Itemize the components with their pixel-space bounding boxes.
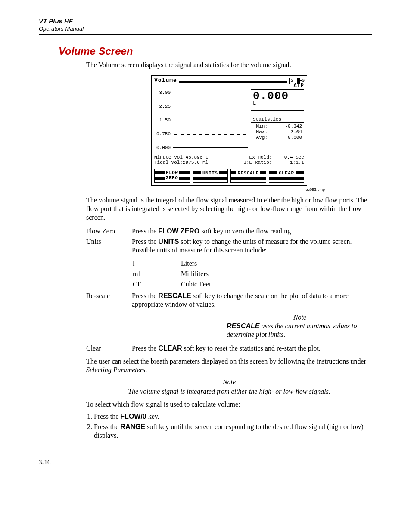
select-params-paragraph: The user can select the breath parameter… — [86, 357, 372, 374]
param-ie-k: I:E Ratio: — [218, 160, 272, 165]
stat-max-k: Max: — [253, 129, 268, 135]
page-number: 3-16 — [39, 459, 372, 466]
unit-sym-2: CF — [133, 280, 180, 289]
readout-box: 0.000 L — [251, 89, 304, 111]
step-1: Press the FLOW/0 key. — [94, 412, 372, 421]
title-hatch — [179, 78, 287, 83]
note2-body: The volume signal is integrated from eit… — [86, 387, 372, 396]
param-ie-v: 1:1.1 — [272, 160, 304, 165]
unit-sym-0: l — [133, 259, 180, 268]
plot-series — [173, 147, 248, 148]
select-flow-intro: To select which flow signal is used to c… — [86, 400, 372, 409]
stat-min-v: -0.342 — [269, 124, 302, 129]
softkey-units[interactable]: UNITS — [193, 169, 228, 183]
running-head-subtitle: Operators Manual — [39, 25, 372, 32]
breath-params: Minute Vol:45.896 L Ex Hold: 0.4 Sec Tid… — [152, 154, 307, 167]
def-flowzero-body: Press the FLOW ZERO soft key to zero the… — [132, 226, 372, 236]
ytick-0: 3.00 — [154, 90, 171, 96]
def-units-term: Units — [86, 236, 132, 291]
def-clear-term: Clear — [86, 343, 132, 354]
softkey-clear[interactable]: CLEAR — [269, 169, 305, 183]
param-exhold-k: Ex Hold: — [218, 155, 272, 160]
param-minute-vol: Minute Vol:45.896 L — [154, 155, 218, 160]
stat-min-k: Min: — [253, 124, 268, 129]
softkey-rescale[interactable]: RESCALE — [230, 169, 266, 183]
stat-avg-v: 0.000 — [269, 135, 302, 140]
unit-name-1: Milliliters — [181, 269, 211, 279]
def-clear-body: Press the CLEAR soft key to reset the st… — [132, 343, 321, 354]
unit-name-2: Cubic Feet — [181, 280, 211, 289]
note2-label: Note — [86, 378, 372, 386]
param-exhold-v: 0.4 Sec — [272, 155, 304, 160]
stat-max-v: 3.04 — [269, 129, 302, 135]
def-rescale-body: Press the RESCALE soft key to change the… — [132, 291, 372, 310]
stats-box: Statistics Min:-0.342 Max: 3.04 Avg: 0.0… — [251, 116, 304, 142]
stat-avg-k: Avg: — [253, 135, 268, 140]
screen-title: Volume — [154, 78, 177, 84]
def-flowzero-term: Flow Zero — [86, 226, 132, 236]
readout-value: 0.000 — [253, 90, 302, 102]
stats-header: Statistics — [251, 116, 304, 123]
mode-label: ATP — [154, 83, 304, 89]
note-rescale: Note RESCALE uses the current min/max va… — [227, 313, 373, 339]
running-head-product: VT Plus HF — [39, 17, 372, 25]
unit-name-0: Liters — [181, 259, 211, 268]
ytick-3: 0.750 — [154, 131, 171, 137]
after-figure-paragraph: The volume signal is the integral of the… — [86, 196, 372, 222]
param-tidal-vol: Tidal Vol:2975.6 ml — [154, 160, 218, 165]
unit-sym-1: ml — [133, 269, 180, 279]
intro-paragraph: The Volume screen displays the signal an… — [86, 61, 372, 69]
volume-plot: 3.00 2.25 1.50 0.750 0.000 — [154, 89, 249, 154]
header-rule — [39, 34, 372, 35]
def-rescale-term: Re-scale — [86, 291, 132, 310]
def-units-body: Press the UNITS soft key to change the u… — [132, 236, 372, 291]
ytick-1: 2.25 — [154, 104, 171, 109]
device-figure: Volume 2 ▇⊢0 ATP 3.00 2.25 1.50 — [86, 75, 372, 186]
softkey-flow-zero[interactable]: FLOW ZERO — [154, 169, 190, 183]
select-flow-steps: Press the FLOW/0 key. Press the RANGE so… — [86, 412, 372, 440]
ytick-2: 1.50 — [154, 118, 171, 123]
section-title: Volume Screen — [59, 45, 372, 57]
ytick-4: 0.000 — [154, 145, 171, 151]
figure-caption: fec053.bmp — [86, 187, 325, 192]
step-2: Press the RANGE soft key until the scree… — [94, 423, 372, 440]
